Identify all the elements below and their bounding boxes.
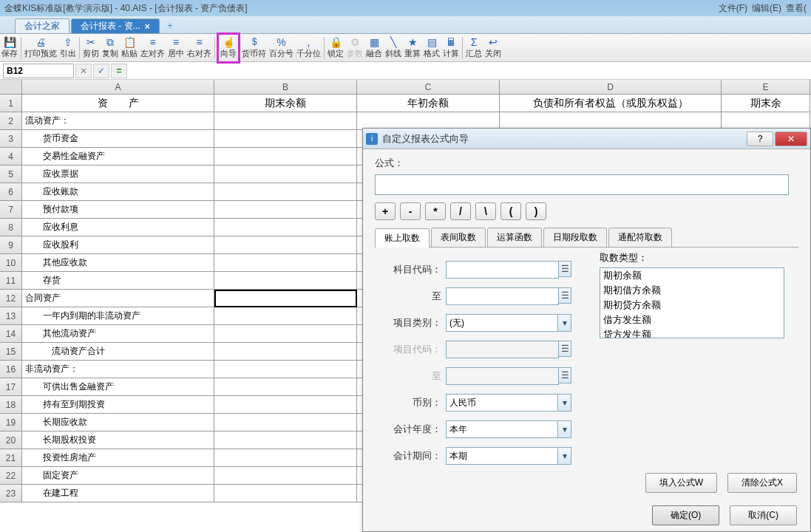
dialog-tab[interactable]: 日期段取数 — [543, 228, 607, 247]
cell[interactable]: 固定资产 — [22, 467, 214, 485]
thousand-button[interactable]: ,千分位 — [295, 35, 322, 61]
cell[interactable]: 其他应收款 — [22, 254, 214, 272]
clear-formula-button[interactable]: 清除公式X — [727, 473, 797, 493]
merge-button[interactable]: ▦融合 — [364, 35, 384, 61]
cell[interactable]: 其他流动资产 — [22, 325, 214, 343]
cell[interactable]: 存货 — [22, 272, 214, 290]
help-button[interactable]: ? — [747, 132, 773, 146]
col-header-a[interactable]: A — [22, 80, 214, 94]
menu-file[interactable]: 文件(F) — [719, 2, 747, 15]
cell[interactable]: 合同资产 — [22, 290, 214, 307]
list-item[interactable]: 期初余额 — [600, 268, 784, 283]
cell[interactable]: 流动资产： — [22, 112, 214, 130]
row-header[interactable]: 18 — [0, 396, 22, 414]
menu-edit[interactable]: 编辑(E) — [752, 2, 781, 15]
lookup-icon[interactable]: ☰ — [558, 261, 571, 277]
list-item[interactable]: 贷方发生额 — [600, 327, 784, 338]
cell[interactable]: 负债和所有者权益（或股东权益） — [500, 95, 722, 112]
cell[interactable]: 持有至到期投资 — [22, 396, 214, 414]
params-button[interactable]: ⚙参数 — [345, 35, 364, 61]
cell[interactable]: 货币资金 — [22, 130, 214, 148]
diagonal-button[interactable]: ╲斜线 — [384, 35, 403, 61]
cell[interactable]: 一年内到期的非流动资产 — [22, 307, 214, 325]
close-icon[interactable]: × — [145, 21, 150, 32]
operator-button[interactable]: / — [450, 202, 471, 220]
dialog-titlebar[interactable]: i 自定义报表公式向导 ? ✕ — [363, 129, 810, 149]
cell-reference[interactable]: B12 — [3, 64, 74, 78]
period-combo[interactable]: 本期▾ — [446, 447, 571, 465]
wizard-button[interactable]: ☝向导 — [219, 35, 238, 61]
dialog-tab[interactable]: 表间取数 — [431, 228, 486, 247]
row-header[interactable]: 12 — [0, 290, 22, 307]
cell[interactable] — [214, 467, 357, 485]
row-header[interactable]: 6 — [0, 183, 22, 201]
insert-formula-button[interactable]: 填入公式W — [645, 473, 717, 493]
select-all-corner[interactable] — [0, 80, 22, 94]
cancel-button[interactable]: 取消(C) — [730, 505, 797, 525]
menu-view[interactable]: 查看( — [786, 2, 807, 15]
align-left-button[interactable]: ≡左对齐 — [139, 35, 166, 61]
cell[interactable]: 年初余额 — [357, 95, 500, 112]
row-header[interactable]: 2 — [0, 112, 22, 130]
row-header[interactable]: 16 — [0, 361, 22, 378]
cell[interactable]: 应收账款 — [22, 183, 214, 201]
cell[interactable] — [214, 130, 357, 148]
cell[interactable]: 期末余 — [722, 95, 810, 112]
cell[interactable]: 预付款项 — [22, 201, 214, 219]
cell[interactable] — [214, 148, 357, 166]
row-header[interactable]: 11 — [0, 272, 22, 290]
row-header[interactable]: 7 — [0, 201, 22, 219]
cell[interactable]: 长期股权投资 — [22, 432, 214, 449]
align-right-button[interactable]: ≡右对齐 — [186, 35, 213, 61]
row-header[interactable]: 23 — [0, 485, 22, 502]
row-header[interactable]: 8 — [0, 219, 22, 236]
cut-button[interactable]: ✂剪切 — [81, 35, 101, 61]
year-combo[interactable]: 本年▾ — [446, 420, 571, 438]
row-header[interactable]: 3 — [0, 130, 22, 148]
lookup-icon[interactable]: ☰ — [558, 287, 571, 304]
subject-code-input[interactable] — [446, 261, 559, 279]
cell[interactable]: 在建工程 — [22, 485, 214, 502]
row-header[interactable]: 21 — [0, 449, 22, 467]
currency-combo[interactable]: 人民币▾ — [446, 394, 571, 412]
operator-button[interactable]: - — [400, 202, 421, 220]
row-header[interactable]: 22 — [0, 467, 22, 485]
calc-button[interactable]: 🖩计算 — [441, 35, 461, 61]
row-header[interactable]: 10 — [0, 254, 22, 272]
align-center-button[interactable]: ≡居中 — [166, 35, 186, 61]
cell[interactable]: 可供出售金融资产 — [22, 378, 214, 396]
cell[interactable]: 流动资产合计 — [22, 343, 214, 361]
cell[interactable]: 期末余额 — [214, 95, 357, 112]
cell[interactable]: 应收票据 — [22, 166, 214, 183]
row-header[interactable]: 9 — [0, 236, 22, 254]
cell[interactable] — [214, 325, 357, 343]
cell[interactable] — [214, 343, 357, 361]
percent-button[interactable]: %百分号 — [268, 35, 295, 61]
cell[interactable] — [214, 396, 357, 414]
row-header[interactable]: 4 — [0, 148, 22, 166]
operator-button[interactable]: ) — [526, 202, 546, 220]
fx-confirm-button[interactable]: ✓ — [93, 64, 109, 78]
tab-report[interactable]: 会计报表 - 资... × — [71, 18, 160, 33]
print-preview-button[interactable]: 🖨打印预览 — [23, 35, 58, 61]
close-button[interactable]: ↩关闭 — [483, 35, 503, 61]
cell[interactable] — [214, 236, 357, 254]
cell[interactable]: 交易性金融资产 — [22, 148, 214, 166]
cell[interactable]: 应收利息 — [22, 219, 214, 236]
cell[interactable] — [214, 378, 357, 396]
row-header[interactable]: 13 — [0, 307, 22, 325]
operator-button[interactable]: + — [375, 202, 396, 220]
row-header[interactable]: 19 — [0, 414, 22, 432]
summary-button[interactable]: Σ汇总 — [464, 35, 483, 61]
save-button[interactable]: 💾保存 — [0, 35, 19, 61]
dialog-close-button[interactable]: ✕ — [775, 132, 807, 146]
formula-text-input[interactable] — [375, 174, 789, 195]
col-header-b[interactable]: B — [214, 80, 357, 94]
cell[interactable] — [214, 361, 357, 378]
format-button[interactable]: ▤格式 — [422, 35, 441, 61]
operator-button[interactable]: ( — [500, 202, 521, 220]
list-item[interactable]: 期初贷方余额 — [600, 298, 784, 313]
col-header-d[interactable]: D — [500, 80, 722, 94]
currency-button[interactable]: ＄货币符 — [240, 35, 268, 61]
formula-input[interactable] — [129, 64, 811, 78]
